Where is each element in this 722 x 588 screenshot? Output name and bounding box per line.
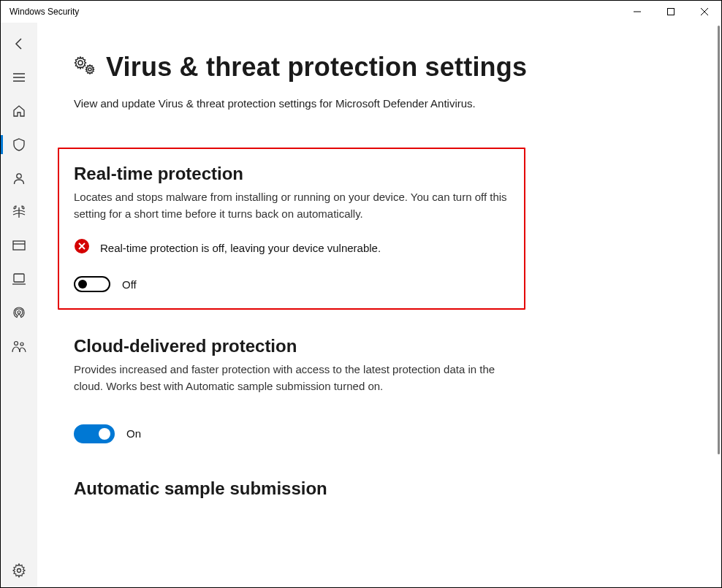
svg-rect-11 bbox=[14, 274, 24, 282]
cloud-toggle[interactable] bbox=[74, 424, 115, 443]
sidebar-item-account-protection[interactable] bbox=[1, 161, 37, 195]
gears-icon bbox=[74, 56, 96, 78]
realtime-toggle-label: Off bbox=[122, 278, 137, 291]
cloud-toggle-label: On bbox=[126, 427, 141, 440]
page-title: Virus & threat protection settings bbox=[106, 52, 527, 83]
realtime-desc: Locates and stops malware from installin… bbox=[74, 188, 509, 223]
svg-point-16 bbox=[78, 61, 83, 65]
window-controls bbox=[620, 1, 721, 23]
titlebar: Windows Security bbox=[1, 1, 721, 23]
sidebar-item-settings[interactable] bbox=[1, 554, 37, 587]
svg-rect-9 bbox=[13, 241, 25, 250]
close-button[interactable] bbox=[688, 1, 721, 23]
page-subtitle: View and update Virus & threat protectio… bbox=[74, 96, 483, 112]
cloud-protection-section: Cloud-delivered protection Provides incr… bbox=[74, 336, 556, 443]
window-title: Windows Security bbox=[10, 7, 79, 17]
scrollbar[interactable] bbox=[718, 26, 720, 454]
svg-point-14 bbox=[20, 343, 23, 345]
sidebar-item-virus-protection[interactable] bbox=[1, 128, 37, 161]
svg-point-15 bbox=[18, 569, 21, 573]
cloud-title: Cloud-delivered protection bbox=[74, 336, 556, 356]
svg-point-17 bbox=[88, 68, 91, 71]
sidebar-item-firewall[interactable] bbox=[1, 195, 37, 229]
back-button[interactable] bbox=[1, 27, 37, 61]
error-icon bbox=[74, 238, 90, 257]
svg-rect-1 bbox=[668, 9, 674, 15]
svg-point-13 bbox=[15, 342, 18, 345]
realtime-warning: Real-time protection is off, leaving you… bbox=[100, 242, 381, 254]
menu-button[interactable] bbox=[1, 61, 37, 94]
sidebar-item-app-browser-control[interactable] bbox=[1, 229, 37, 262]
svg-point-7 bbox=[17, 174, 21, 178]
sidebar-item-home[interactable] bbox=[1, 94, 37, 128]
maximize-button[interactable] bbox=[654, 1, 688, 23]
realtime-title: Real-time protection bbox=[74, 164, 509, 184]
realtime-protection-section: Real-time protection Locates and stops m… bbox=[58, 148, 525, 310]
minimize-button[interactable] bbox=[620, 1, 654, 23]
content-area: Virus & threat protection settings View … bbox=[37, 23, 721, 587]
cloud-desc: Provides increased and faster protection… bbox=[74, 361, 512, 395]
sidebar-item-family-options[interactable] bbox=[1, 329, 37, 363]
realtime-toggle[interactable] bbox=[74, 276, 110, 292]
sidebar-item-device-performance[interactable] bbox=[1, 296, 37, 329]
auto-submit-section: Automatic sample submission bbox=[74, 478, 556, 499]
sidebar bbox=[1, 23, 37, 587]
auto-submit-title: Automatic sample submission bbox=[74, 478, 556, 499]
sidebar-item-device-security[interactable] bbox=[1, 262, 37, 296]
